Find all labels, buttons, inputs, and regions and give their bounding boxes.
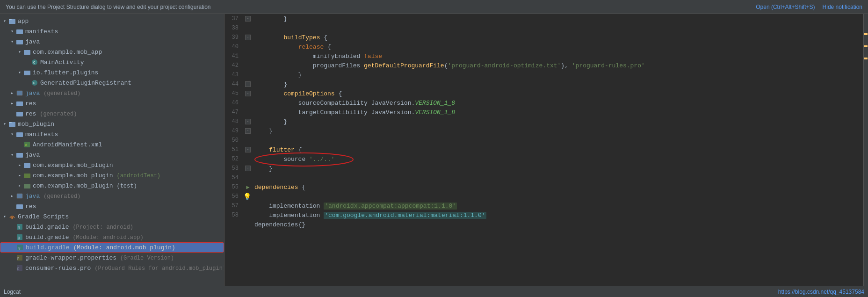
tree-item-build-gradle-app[interactable]: g build.gradle (Module: android.app): [0, 232, 224, 242]
arrow-com-mob-plugin-t: [17, 183, 22, 188]
tree-item-com-example-mob-plugin-at[interactable]: com.example.mob_plugin (androidTest): [0, 170, 224, 181]
fold-btn-53[interactable]: -: [245, 166, 251, 171]
arrow-java: [9, 39, 15, 44]
arrow-java-gen2: [9, 193, 15, 199]
line-content-52: source '../..': [253, 156, 868, 163]
gutter-49[interactable]: -: [243, 128, 253, 134]
code-line-51: 51 - flutter {: [224, 145, 868, 154]
svg-rect-7: [24, 71, 30, 75]
tree-item-com-example-mob-plugin-t[interactable]: com.example.mob_plugin (test): [0, 181, 224, 191]
line-num-55: 55: [224, 184, 243, 190]
arrow-build-gradle-project: [9, 224, 15, 230]
gradle-scripts-icon: [8, 213, 16, 220]
fold-btn-44[interactable]: -: [245, 81, 251, 87]
fold-btn-49[interactable]: -: [245, 128, 251, 134]
java-gen2-icon: [16, 192, 23, 200]
tree-item-java[interactable]: java: [0, 36, 224, 47]
fold-btn-45[interactable]: -: [245, 91, 251, 96]
open-project-structure-link[interactable]: Open (Ctrl+Alt+Shift+S): [756, 4, 815, 10]
notification-bar: You can use the Project Structure dialog…: [0, 0, 868, 14]
tree-item-java-generated[interactable]: java (generated): [0, 88, 224, 98]
tree-label-io-flutter: io.flutter.plugins: [33, 69, 98, 76]
code-line-39: 39 - buildTypes {: [224, 33, 868, 42]
status-url[interactable]: https://blog.csdn.net/qq_45137584: [778, 289, 864, 295]
fold-btn-37[interactable]: -: [245, 16, 251, 22]
tree-item-res[interactable]: res: [0, 98, 224, 109]
line-content-45: compileOptions {: [253, 90, 868, 97]
tree-item-app[interactable]: app: [0, 16, 224, 26]
arrow-res2: [9, 203, 15, 209]
tree-item-res2[interactable]: res: [0, 201, 224, 211]
tree-label-java2: java: [25, 152, 40, 159]
arrow-generated-plugin: [24, 80, 30, 86]
code-line-43: 43 }: [224, 70, 868, 80]
build-gradle-project-icon: g: [16, 223, 23, 231]
tree-item-java2[interactable]: java: [0, 150, 224, 160]
code-line-40: 40 release {: [224, 42, 868, 51]
gutter-51[interactable]: -: [243, 147, 253, 152]
tree-item-generated-plugin[interactable]: G GeneratedPluginRegistrant: [0, 78, 224, 88]
tree-item-consumer-rules[interactable]: p consumer-rules.pro (ProGuard Rules for…: [0, 263, 224, 273]
svg-text:p: p: [17, 267, 19, 270]
gutter-53[interactable]: -: [243, 166, 253, 171]
tree-item-build-gradle-mob-plugin[interactable]: g build.gradle (Module: android.mob_plug…: [0, 242, 224, 253]
status-left-text: Logcat: [4, 289, 21, 295]
expand-btn-55[interactable]: ▶: [246, 184, 249, 191]
tree-item-mainactivity[interactable]: C MainActivity: [0, 57, 224, 67]
tree-item-gradle-scripts[interactable]: Gradle Scripts: [0, 211, 224, 222]
code-editor-panel[interactable]: 37 - } 38 39 - buildTypes {: [224, 14, 868, 286]
status-bar: Logcat https://blog.csdn.net/qq_45137584: [0, 286, 868, 297]
tree-label-android-manifest: AndroidManifest.xml: [33, 141, 102, 148]
tree-item-com-example-mob-plugin[interactable]: com.example.mob_plugin: [0, 160, 224, 170]
line-num-40: 40: [224, 43, 243, 50]
code-line-38: 38: [224, 23, 868, 33]
tree-item-manifests2[interactable]: manifests: [0, 129, 224, 139]
tree-item-io-flutter[interactable]: io.flutter.plugins: [0, 67, 224, 78]
gradle-wrapper-icon: p: [16, 254, 23, 261]
svg-text:C: C: [33, 61, 35, 65]
svg-rect-1: [9, 19, 12, 20]
tree-item-java-generated2[interactable]: java (generated): [0, 191, 224, 201]
gutter-44[interactable]: -: [243, 81, 253, 87]
arrow-gradle-wrapper: [9, 255, 15, 261]
tree-label-java: java: [25, 38, 40, 45]
gutter-mark-2: [864, 45, 868, 47]
tree-item-build-gradle-project[interactable]: g build.gradle (Project: android): [0, 222, 224, 232]
arrow-manifests2: [9, 131, 15, 137]
line-content-58: implementation 'com.google.android.mater…: [253, 212, 868, 219]
arrow-gradle-scripts: [2, 214, 7, 219]
consumer-rules-icon: p: [16, 264, 23, 272]
line-content-48: }: [253, 118, 868, 125]
gutter-39[interactable]: -: [243, 35, 253, 40]
arrow-android-manifest: [17, 142, 22, 147]
tree-item-gradle-wrapper[interactable]: p gradle-wrapper.properties (Gradle Vers…: [0, 253, 224, 263]
build-gradle-mob-plugin-icon: g: [16, 244, 24, 251]
gutter-48[interactable]: -: [243, 119, 253, 124]
code-line-59: dependencies{}: [224, 220, 868, 229]
tree-label-consumer-rules: consumer-rules.pro (ProGuard Rules for a…: [25, 265, 224, 272]
gutter-37[interactable]: -: [243, 16, 253, 22]
line-num-38: 38: [224, 25, 243, 31]
hide-notification-link[interactable]: Hide notification: [823, 4, 862, 10]
tree-item-com-example-mob-app[interactable]: com.example.mob_app: [0, 47, 224, 57]
tree-item-mob-plugin[interactable]: mob_plugin: [0, 119, 224, 129]
fold-btn-48[interactable]: -: [245, 119, 251, 124]
gutter-45[interactable]: -: [243, 91, 253, 96]
tree-item-manifests[interactable]: manifests: [0, 26, 224, 36]
code-line-50: 50: [224, 136, 868, 145]
res2-folder-icon: [16, 203, 23, 210]
arrow-res-generated: [9, 111, 15, 116]
line-content-53: }: [253, 165, 868, 172]
tree-label-java-generated2: java (generated): [25, 193, 80, 200]
tree-item-android-manifest[interactable]: A AndroidManifest.xml: [0, 139, 224, 150]
svg-rect-14: [9, 122, 12, 123]
svg-text:g: g: [18, 225, 20, 229]
arrow-build-gradle-mob-plugin: [10, 245, 15, 250]
fold-btn-39[interactable]: -: [245, 35, 251, 40]
fold-btn-51[interactable]: -: [245, 147, 251, 152]
code-line-46: 46 sourceCompatibility JavaVersion.VERSI…: [224, 98, 868, 108]
line-num-49: 49: [224, 128, 243, 134]
gutter-55[interactable]: ▶: [243, 184, 253, 191]
tree-item-res-generated[interactable]: res (generated): [0, 109, 224, 119]
tree-label-app: app: [18, 18, 29, 25]
